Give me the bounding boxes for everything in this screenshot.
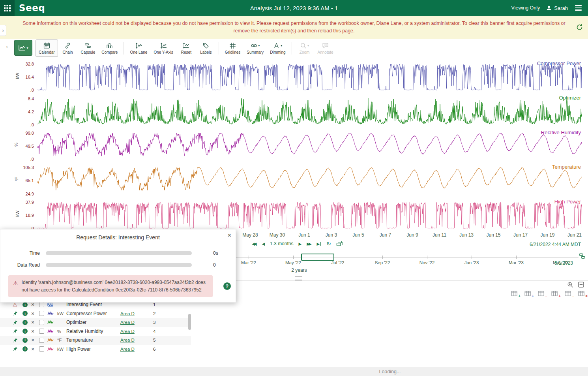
zoom-icon: ▾: [300, 42, 309, 49]
remove-icon[interactable]: ×: [31, 310, 39, 317]
pin-icon[interactable]: [13, 311, 22, 316]
toolbar-buttons: CalendarChainCapsuleCompareOne LaneOne Y…: [36, 39, 337, 57]
expand-toolbar-chevron[interactable]: ›: [6, 43, 8, 50]
row-asset-link[interactable]: Area D: [120, 347, 153, 352]
row-checkbox[interactable]: [39, 302, 47, 307]
row-name[interactable]: Interesting Event: [66, 302, 120, 307]
capsule-time-icon[interactable]: [579, 253, 585, 259]
step-forward-icon[interactable]: ▶: [298, 242, 301, 246]
pin-icon[interactable]: [13, 329, 22, 334]
row-asset-link[interactable]: Area D: [120, 320, 153, 325]
toolbar-button-labels[interactable]: Labels: [196, 39, 216, 57]
user-menu[interactable]: Sarah: [546, 5, 568, 11]
step-back-icon[interactable]: ◀: [262, 242, 265, 246]
warning-icon[interactable]: ⚠: [13, 302, 22, 308]
info-icon[interactable]: i: [22, 346, 31, 352]
trend-signal-high-power[interactable]: [37, 197, 582, 231]
row-name[interactable]: Temperature: [66, 337, 120, 343]
info-icon[interactable]: i: [22, 338, 31, 343]
timeline-selection-handle[interactable]: [301, 254, 334, 261]
toolbar-button-chain[interactable]: Chain: [58, 39, 78, 57]
skip-to-now-icon[interactable]: ▶: [317, 242, 322, 246]
panel-resize-grip[interactable]: [295, 276, 302, 280]
row-checkbox[interactable]: [39, 346, 47, 352]
remove-icon[interactable]: ×: [31, 319, 39, 325]
fast-forward-icon[interactable]: ▶▶: [307, 242, 311, 246]
trend-signal-relative-humidity[interactable]: [37, 128, 582, 162]
hamburger-menu-icon[interactable]: [574, 4, 582, 11]
close-icon[interactable]: ×: [228, 232, 231, 239]
toolbar-button-label: One Y-Axis: [154, 50, 173, 55]
timeline-tick: [472, 256, 472, 259]
info-icon[interactable]: i: [22, 311, 31, 316]
pin-icon[interactable]: [13, 338, 22, 343]
signal-icon: [47, 320, 57, 325]
info-icon[interactable]: i: [22, 320, 31, 325]
trend-view-button[interactable]: ▾: [14, 40, 32, 56]
toolbar-button-calendar[interactable]: Calendar: [36, 39, 58, 57]
remove-icon[interactable]: ×: [31, 337, 39, 343]
row-checkbox[interactable]: [39, 320, 47, 325]
permission-banner-text: Some information on this worksheet could…: [22, 20, 566, 35]
seeq-logo[interactable]: Seeq: [19, 3, 45, 13]
toolbar-button-one-lane[interactable]: One Lane: [127, 39, 150, 57]
trend-signal-temperature[interactable]: [37, 162, 582, 196]
signal-icon: [47, 329, 57, 334]
fast-rewind-icon[interactable]: ◀◀: [252, 242, 257, 246]
row-name[interactable]: Optimizer: [66, 320, 120, 325]
row-checkbox[interactable]: [39, 311, 47, 316]
table-action-icon-2[interactable]: +: [524, 291, 532, 297]
toolbar-button-one-y-axis[interactable]: One Y-Axis: [150, 39, 176, 57]
toolbar-button-dimming[interactable]: ▾Dimming: [267, 39, 288, 57]
trend-signal-compressor-power[interactable]: [37, 58, 582, 93]
timeline-tick: [427, 256, 427, 259]
toolbar-button-capsule[interactable]: Capsule: [78, 39, 99, 57]
y-axis-tick: 24.9: [0, 192, 34, 196]
details-scrollbar[interactable]: [188, 314, 191, 330]
detail-row-relative-humidity: i×%Relative HumidityArea D4: [0, 327, 191, 336]
zoom-in-icon[interactable]: [567, 282, 573, 288]
reload-page-icon[interactable]: [576, 24, 583, 31]
row-name[interactable]: Relative Humidity: [66, 329, 120, 334]
toolbar-button-compare[interactable]: Compare: [98, 39, 121, 57]
row-asset-link[interactable]: Area D: [120, 329, 153, 334]
x-axis-label: Jun 19: [540, 232, 554, 238]
auto-update-icon[interactable]: ↻: [326, 241, 331, 247]
pin-icon[interactable]: [13, 346, 22, 352]
table-action-icon-1[interactable]: +: [511, 291, 519, 297]
row-asset-link[interactable]: Area D: [120, 338, 153, 342]
pin-icon[interactable]: [13, 320, 22, 325]
trend-signal-optimizer[interactable]: [37, 93, 582, 127]
info-icon[interactable]: i: [22, 302, 31, 307]
row-asset-link[interactable]: Area D: [120, 311, 153, 316]
app-switcher-button[interactable]: [0, 0, 15, 16]
table-action-icon-6[interactable]: ×: [578, 291, 586, 297]
request-metric-row: Time0s: [0, 249, 218, 257]
trend-lane-optimizer: 8.44.2.0Optimizer: [0, 93, 588, 127]
remove-icon[interactable]: ×: [31, 328, 39, 335]
viewing-only-status[interactable]: Viewing Only: [511, 5, 540, 11]
timeline-label: Jul '22: [331, 260, 345, 265]
top-bar: Seeq Analysis Jul 12, 2023 9:36 AM - 1 V…: [0, 0, 588, 16]
collapse-panel-icon[interactable]: [578, 282, 584, 288]
expand-worksheet-panel-chevron[interactable]: ›: [0, 25, 6, 36]
toolbar-button-annotate: Annotate: [315, 39, 337, 57]
row-name[interactable]: Compressor Power: [66, 311, 120, 316]
table-action-icon-3[interactable]: −: [538, 291, 545, 297]
remove-icon[interactable]: ×: [31, 346, 39, 352]
info-icon[interactable]: i: [22, 329, 31, 334]
timeline-tick: [249, 256, 249, 259]
window-duration-label[interactable]: 1.3 months: [270, 241, 293, 246]
row-name[interactable]: High Power: [66, 346, 120, 352]
duplicate-range-icon[interactable]: [336, 241, 343, 246]
toolbar-button-label: Summary: [247, 50, 264, 55]
toolbar-button-summary[interactable]: ▾Summary: [243, 39, 267, 57]
toolbar-button-gridlines[interactable]: Gridlines: [222, 39, 243, 57]
row-checkbox[interactable]: [39, 329, 47, 334]
row-checkbox[interactable]: [39, 338, 47, 343]
table-action-icon-5[interactable]: −: [565, 291, 572, 297]
annotate-icon: [322, 42, 329, 49]
toolbar-button-reset[interactable]: Reset: [176, 39, 196, 57]
help-icon[interactable]: ?: [223, 282, 231, 290]
table-action-icon-4[interactable]: +: [551, 291, 559, 297]
